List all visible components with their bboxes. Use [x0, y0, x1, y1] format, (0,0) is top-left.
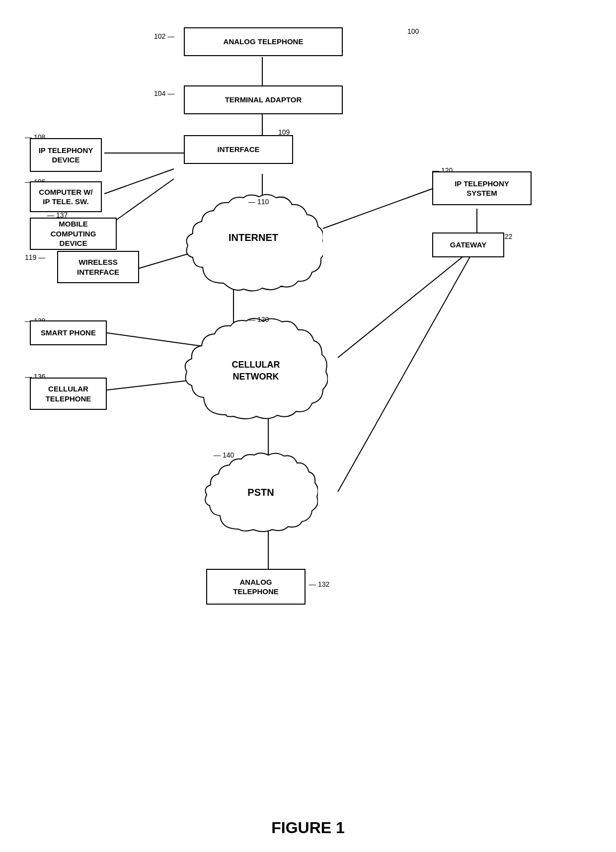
analog-telephone-bottom-box: ANALOGTELEPHONE — [206, 569, 306, 605]
figure-caption: FIGURE 1 — [0, 819, 616, 837]
svg-line-3 — [104, 169, 174, 194]
svg-text:NETWORK: NETWORK — [233, 372, 279, 382]
ref-132-label: — 132 — [309, 580, 329, 588]
ip-telephony-device-box: IP TELEPHONYDEVICE — [30, 138, 102, 172]
interface-box: INTERFACE — [184, 135, 293, 164]
svg-line-7 — [323, 189, 432, 229]
ref-140-label: — 140 — [214, 451, 234, 459]
pstn-cloud: PSTN — [204, 452, 318, 543]
cellular-network-cloud: CELLULAR NETWORK — [184, 318, 328, 434]
svg-text:CELLULAR: CELLULAR — [232, 360, 280, 370]
ref-130-label: — 130 — [248, 315, 269, 323]
smart-phone-box: SMART PHONE — [30, 320, 107, 345]
ip-telephony-system-box: IP TELEPHONYSYSTEM — [432, 171, 532, 205]
ref-102-label: 102 — — [154, 32, 174, 40]
analog-telephone-top-box: ANALOG TELEPHONE — [184, 27, 343, 56]
internet-cloud: INTERNET 110 — [184, 194, 323, 305]
svg-line-12 — [338, 253, 472, 492]
wireless-interface-box: WIRELESSINTERFACE — [57, 251, 139, 283]
computer-ip-box: COMPUTER W/IP TELE. SW. — [30, 181, 102, 212]
svg-text:INTERNET: INTERNET — [229, 232, 278, 243]
mobile-computing-box: MOBILE COMPUTINGDEVICE — [30, 218, 117, 250]
terminal-adaptor-box: TERMINAL ADAPTOR — [184, 85, 343, 114]
ref-110-label: — 110 — [248, 198, 269, 206]
ref-104-label: 104 — — [154, 89, 174, 97]
ref-100-label: 100 — [407, 27, 419, 35]
ref-119-label: 119 — — [25, 253, 45, 261]
cellular-telephone-box: CELLULARTELEPHONE — [30, 378, 107, 410]
svg-text:PSTN: PSTN — [247, 487, 274, 498]
svg-line-11 — [338, 253, 467, 358]
gateway-box: GATEWAY — [432, 232, 504, 257]
